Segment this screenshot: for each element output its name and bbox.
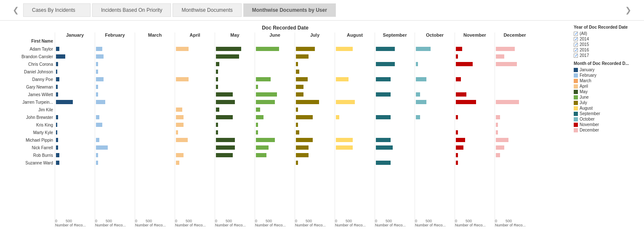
- year-label-4: 2017: [580, 53, 589, 58]
- legend-year-item-4[interactable]: ✓2017: [574, 53, 641, 58]
- bar: [416, 77, 426, 81]
- legend-year-item-3[interactable]: ✓2016: [574, 48, 641, 52]
- bar: [56, 153, 59, 157]
- bar-cell: [55, 136, 95, 144]
- month-header-november: November: [455, 32, 495, 38]
- bar-cell: [295, 113, 335, 121]
- bar-cell: [415, 75, 455, 83]
- bar-cell: [55, 113, 95, 121]
- month-header-august: August: [335, 32, 375, 38]
- bar-cell: [495, 53, 535, 60]
- x-axis-label: Number of Reco...: [175, 223, 206, 227]
- bar-cell: [55, 121, 95, 129]
- legend-year-item-0[interactable]: ✓(All): [574, 31, 641, 36]
- bar: [416, 47, 431, 51]
- bar-cell: [55, 151, 95, 159]
- bar-cell: [295, 83, 335, 91]
- x-axis-col-january: 0500Number of Reco...: [55, 218, 95, 227]
- bar-cell: [215, 136, 255, 144]
- x-ticks: 0500: [95, 219, 112, 223]
- month-col-february: [95, 38, 135, 218]
- bar: [456, 92, 466, 97]
- bar: [456, 62, 473, 66]
- bar: [216, 54, 239, 59]
- month-legend-label-4: May: [580, 89, 588, 94]
- bar: [336, 115, 339, 119]
- legend-year-item-1[interactable]: ✓2014: [574, 37, 641, 41]
- x-axis-label: Number of Reco...: [495, 223, 526, 227]
- bar: [96, 138, 99, 142]
- bar-cell: [55, 68, 95, 75]
- bar: [56, 62, 58, 66]
- y-label-0: Adam Taylor: [0, 45, 55, 53]
- bar-cell: [375, 53, 415, 60]
- bar-cell: [375, 60, 415, 68]
- bar: [416, 62, 418, 66]
- x-axis-label: Number of Reco...: [295, 223, 326, 227]
- bar-cell: [175, 151, 215, 159]
- legend-year-item-2[interactable]: ✓2015: [574, 42, 641, 47]
- month-swatch-2: [574, 79, 578, 83]
- month-legend-label-0: January: [580, 67, 595, 72]
- tab-monthwise-docs[interactable]: Monthwise Documents: [173, 3, 241, 17]
- next-arrow[interactable]: ❯: [621, 5, 636, 15]
- month-col-january: [55, 38, 95, 218]
- tab-incidents-priority[interactable]: Incidents Based On Priority: [92, 3, 171, 17]
- bar-cell: [255, 144, 295, 151]
- bar: [296, 153, 309, 157]
- bar-cell: [135, 129, 175, 136]
- year-checkbox-3[interactable]: ✓: [574, 48, 578, 52]
- month-swatch-4: [574, 90, 578, 94]
- tab-monthwise-docs-user[interactable]: Monthwise Documents by User: [243, 3, 336, 17]
- bar-cell: [215, 129, 255, 136]
- bar: [176, 161, 179, 165]
- bar-cell: [55, 60, 95, 68]
- tab-cases-by-incidents[interactable]: Cases By Incidents: [23, 3, 90, 17]
- bar: [96, 47, 102, 51]
- bar-cell: [375, 68, 415, 75]
- bar-cell: [335, 68, 375, 75]
- bar: [336, 100, 355, 104]
- year-checkbox-4[interactable]: ✓: [574, 54, 578, 58]
- bar: [216, 153, 233, 157]
- bar: [456, 145, 463, 150]
- bar-cell: [415, 159, 455, 167]
- month-col-october: [415, 38, 455, 218]
- bar-cell: [415, 83, 455, 91]
- bar-cell: [95, 129, 135, 136]
- bar-cell: [175, 91, 215, 98]
- bar-cell: [455, 151, 495, 159]
- bar: [376, 115, 391, 119]
- year-checkbox-1[interactable]: ✓: [574, 37, 578, 41]
- bar-cell: [455, 53, 495, 60]
- bar-cell: [95, 53, 135, 60]
- bar: [496, 153, 500, 157]
- bar-cell: [375, 121, 415, 129]
- bar-cell: [175, 98, 215, 106]
- bar: [176, 130, 178, 134]
- bar-cell: [255, 113, 295, 121]
- bar-cell: [215, 98, 255, 106]
- bar-cell: [495, 60, 535, 68]
- month-col-july: [295, 38, 335, 218]
- chart-body: First NameAdam TaylorBrandon CanslerChri…: [0, 38, 570, 218]
- prev-arrow[interactable]: ❮: [8, 5, 23, 15]
- year-checkbox-0[interactable]: ✓: [574, 32, 578, 36]
- bar-cell: [175, 68, 215, 75]
- month-col-april: [175, 38, 215, 218]
- bar-cell: [215, 68, 255, 75]
- bar: [296, 115, 313, 119]
- bar-cell: [415, 144, 455, 151]
- bar-cell: [375, 113, 415, 121]
- bar: [496, 100, 519, 104]
- bar: [176, 115, 184, 119]
- bar-cell: [295, 151, 335, 159]
- bar-cell: [375, 129, 415, 136]
- bar-cell: [455, 75, 495, 83]
- legend-month-item-2: March: [574, 78, 641, 83]
- bar: [296, 54, 309, 59]
- month-col-august: [335, 38, 375, 218]
- bar-cell: [335, 98, 375, 106]
- year-checkbox-2[interactable]: ✓: [574, 43, 578, 47]
- bar-cell: [215, 121, 255, 129]
